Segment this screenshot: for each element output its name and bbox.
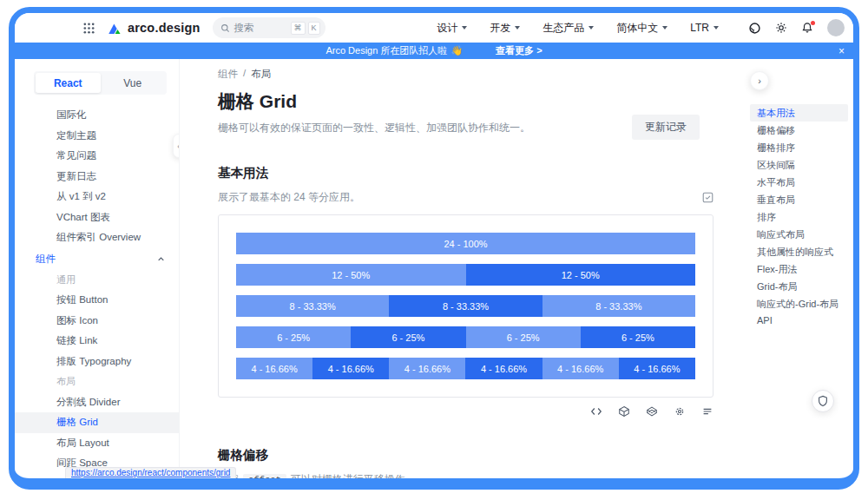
sidebar-item[interactable]: VChart 图表 bbox=[15, 207, 179, 228]
sidebar-item[interactable]: 按钮 Button bbox=[15, 290, 179, 311]
topbar-menu-item[interactable]: 生态产品 bbox=[542, 21, 594, 36]
grid-col: 6 - 25% bbox=[466, 326, 581, 348]
sidebar-item[interactable]: 分割线 Divider bbox=[15, 392, 179, 413]
chevron-down-icon bbox=[713, 26, 719, 30]
settings-icon[interactable] bbox=[674, 405, 686, 418]
sidebar-item[interactable]: 国际化 bbox=[15, 105, 179, 126]
offset-code-chip: offset bbox=[243, 474, 286, 479]
grid-demo-row: 6 - 25%6 - 25%6 - 25%6 - 25% bbox=[236, 326, 695, 348]
search-input[interactable]: 搜索 ⌘K bbox=[213, 17, 326, 38]
tab-vue[interactable]: Vue bbox=[101, 73, 166, 93]
anchor-item[interactable]: 栅格偏移 bbox=[750, 122, 848, 139]
grid-col: 4 - 16.66% bbox=[236, 358, 312, 379]
anchor-item[interactable]: 水平布局 bbox=[750, 174, 848, 191]
grid-col: 4 - 16.66% bbox=[312, 358, 389, 379]
codepen-icon[interactable] bbox=[646, 405, 658, 418]
basic-usage-description: 展示了最基本的 24 等分应用。 bbox=[218, 190, 360, 205]
chevron-down-icon bbox=[589, 26, 594, 30]
code-icon[interactable] bbox=[590, 405, 602, 418]
grid-demo-row: 8 - 33.33%8 - 33.33%8 - 33.33% bbox=[236, 295, 695, 317]
tab-react[interactable]: React bbox=[36, 73, 101, 93]
sidebar-item[interactable]: 定制主题 bbox=[15, 126, 179, 147]
topbar-menu-item[interactable]: 设计 bbox=[437, 21, 467, 36]
search-icon bbox=[220, 23, 230, 33]
logo-text: arco.design bbox=[128, 21, 201, 35]
grid-demo-row: 12 - 50%12 - 50% bbox=[236, 264, 695, 286]
chevron-down-icon bbox=[462, 26, 467, 30]
grid-col: 8 - 33.33% bbox=[542, 295, 695, 317]
anchor-item[interactable]: Grid-布局 bbox=[750, 278, 848, 295]
wave-emoji: 👋 bbox=[450, 45, 463, 56]
link-preview-tooltip: https://arco.design/react/components/gri… bbox=[65, 467, 236, 478]
apps-grid-icon[interactable] bbox=[82, 22, 95, 35]
topbar-menu-label: 设计 bbox=[437, 21, 457, 36]
anchor-item[interactable]: Flex-用法 bbox=[750, 260, 848, 278]
topbar-menus: 设计开发生态产品简体中文LTR bbox=[437, 21, 719, 36]
changelog-button[interactable]: 更新记录 bbox=[632, 115, 700, 140]
topbar-menu-label: 生态产品 bbox=[542, 21, 584, 36]
grid-col: 6 - 25% bbox=[236, 326, 351, 348]
anchor-nav: › 基本用法栅格偏移栅格排序区块间隔水平布局垂直布局排序响应式布局其他属性的响应… bbox=[740, 59, 853, 478]
main-content: 组件 / 布局 栅格 Grid 栅格可以有效的保证页面的一致性、逻辑性、加强团队… bbox=[180, 59, 740, 478]
open-demo-icon[interactable] bbox=[702, 192, 713, 203]
notification-bell-icon[interactable] bbox=[801, 22, 813, 34]
chevron-down-icon bbox=[662, 26, 667, 30]
grid-demo-row: 24 - 100% bbox=[236, 233, 695, 254]
sidebar-section-components[interactable]: 组件 bbox=[15, 248, 179, 270]
anchor-item[interactable]: 区块间隔 bbox=[750, 156, 848, 174]
sidebar-item[interactable]: 布局 Layout bbox=[15, 433, 179, 454]
banner-message: Arco Design 所在团队招人啦👋 bbox=[326, 44, 463, 57]
page-title: 栅格 Grid bbox=[218, 89, 713, 114]
anchor-item[interactable]: 栅格排序 bbox=[750, 139, 848, 156]
banner-close-icon[interactable]: × bbox=[838, 43, 845, 59]
sidebar-item[interactable]: 栅格 Grid bbox=[15, 412, 179, 433]
codesandbox-icon[interactable] bbox=[618, 405, 630, 418]
sidebar-item[interactable]: 更新日志 bbox=[15, 167, 179, 188]
theme-sun-icon[interactable] bbox=[775, 22, 787, 34]
anchor-item[interactable]: 响应式布局 bbox=[750, 226, 848, 243]
grid-col: 12 - 50% bbox=[236, 264, 466, 286]
anchor-item[interactable]: 排序 bbox=[750, 208, 848, 226]
anchor-item[interactable]: API bbox=[750, 312, 848, 327]
anchor-item[interactable]: 垂直布局 bbox=[750, 191, 848, 208]
anchor-item[interactable]: 基本用法 bbox=[750, 104, 848, 122]
expand-code-icon[interactable] bbox=[701, 405, 713, 418]
sidebar-menu: 国际化定制主题常见问题更新日志从 v1 到 v2VChart 图表组件索引 Ov… bbox=[15, 105, 179, 474]
sidebar-item[interactable]: 组件索引 Overview bbox=[15, 227, 179, 248]
sidebar: ReactVue 国际化定制主题常见问题更新日志从 v1 到 v2VChart … bbox=[15, 59, 180, 478]
anchor-item[interactable]: 响应式的-Grid-布局 bbox=[750, 295, 848, 312]
feedback-float-button[interactable] bbox=[812, 390, 834, 412]
sidebar-item[interactable]: 排版 Typography bbox=[15, 352, 179, 372]
grid-col: 12 - 50% bbox=[466, 264, 696, 286]
search-shortcut-keys: ⌘K bbox=[291, 22, 320, 35]
banner-more-link[interactable]: 查看更多 > bbox=[496, 44, 542, 57]
grid-demo-card: 24 - 100%12 - 50%12 - 50%8 - 33.33%8 - 3… bbox=[218, 214, 713, 398]
sidebar-collapse-handle[interactable]: ‹ bbox=[173, 134, 180, 158]
user-avatar[interactable] bbox=[827, 19, 845, 36]
sidebar-item[interactable]: 常见问题 bbox=[15, 146, 179, 167]
search-placeholder: 搜索 bbox=[234, 22, 254, 35]
chevron-down-icon bbox=[515, 26, 520, 30]
topbar-menu-label: 简体中文 bbox=[616, 21, 658, 36]
arco-logo[interactable]: arco.design bbox=[108, 21, 201, 36]
topbar-menu-item[interactable]: LTR bbox=[690, 22, 719, 34]
breadcrumb-item[interactable]: 组件 bbox=[218, 68, 238, 81]
grid-col: 4 - 16.66% bbox=[389, 358, 465, 379]
anchor-collapse-handle[interactable]: › bbox=[750, 71, 769, 90]
sidebar-group-label: 通用 bbox=[15, 270, 179, 291]
topbar-menu-item[interactable]: 开发 bbox=[490, 21, 520, 36]
sidebar-item[interactable]: 图标 Icon bbox=[15, 311, 179, 332]
grid-demo-row: 4 - 16.66%4 - 16.66%4 - 16.66%4 - 16.66%… bbox=[236, 358, 695, 379]
grid-col: 4 - 16.66% bbox=[465, 358, 542, 379]
github-icon[interactable] bbox=[748, 22, 761, 35]
sidebar-item[interactable]: 链接 Link bbox=[15, 331, 179, 352]
arco-design-docs-page: arco.design 搜索 ⌘K 设计开发生态产品简体中文LTR bbox=[0, 0, 868, 500]
chevron-up-icon bbox=[157, 255, 165, 263]
shield-icon bbox=[817, 395, 829, 407]
breadcrumb-item-current[interactable]: 布局 bbox=[251, 68, 271, 81]
sidebar-item[interactable]: 从 v1 到 v2 bbox=[15, 187, 179, 207]
anchor-item[interactable]: 其他属性的响应式 bbox=[750, 243, 848, 260]
notification-badge bbox=[811, 21, 815, 25]
grid-col: 6 - 25% bbox=[351, 326, 465, 348]
topbar-menu-item[interactable]: 简体中文 bbox=[616, 21, 667, 36]
